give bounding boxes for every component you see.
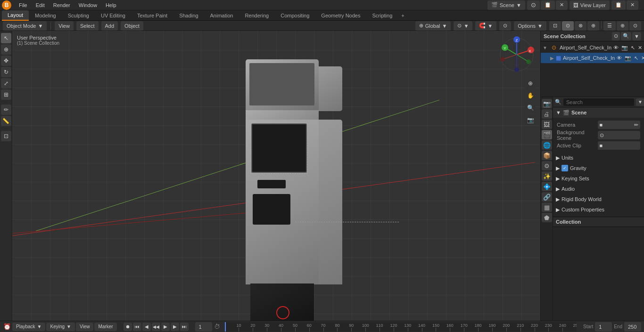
props-tab-world[interactable]: 🌐: [542, 140, 552, 150]
viewport-shading-wire[interactable]: ⊡: [549, 21, 561, 31]
outliner-filter-dropdown[interactable]: ▼: [632, 32, 641, 40]
jump-end-btn[interactable]: ⏭: [180, 323, 189, 331]
menu-edit[interactable]: Edit: [32, 1, 49, 9]
keying-menu[interactable]: Keying ▼: [46, 323, 74, 331]
tool-select-cursor[interactable]: ↖: [1, 33, 11, 43]
camera-edit-icon[interactable]: ✏: [634, 122, 638, 128]
close-scene-btn[interactable]: ✕: [556, 0, 568, 10]
outliner-search-btn[interactable]: 🔍: [621, 32, 631, 40]
eye-icon-0[interactable]: 👁: [613, 45, 619, 50]
start-frame-input[interactable]: 1: [595, 322, 612, 332]
props-tab-view-layer[interactable]: 🖼: [542, 120, 552, 129]
props-tab-render[interactable]: 📷: [542, 99, 552, 108]
marker-menu[interactable]: Marker: [94, 323, 116, 331]
tab-texture-paint[interactable]: Texture Paint: [132, 10, 173, 21]
camera-value[interactable]: ■ ✏: [598, 121, 641, 129]
view-layer-copy[interactable]: 📋: [611, 0, 626, 10]
jump-start-btn[interactable]: ⏮: [133, 323, 141, 331]
outliner-filter-btn[interactable]: ⊙: [612, 32, 620, 40]
add-menu-btn[interactable]: Add: [101, 21, 118, 31]
viewport-shading-render[interactable]: ⊕: [587, 21, 599, 31]
object-menu-btn[interactable]: Object: [121, 21, 143, 31]
nav-orbit-btn[interactable]: ⊕: [525, 78, 536, 89]
engine-icons[interactable]: ⊙: [527, 0, 540, 10]
props-tab-constraints[interactable]: 🔗: [542, 192, 552, 202]
select-icon-1[interactable]: ↖: [634, 55, 638, 61]
scene-selector[interactable]: 🎬 Scene ▼: [487, 0, 525, 10]
gizmo-toggle[interactable]: ⊙: [629, 21, 641, 31]
eye-icon-1[interactable]: 👁: [617, 55, 622, 61]
step-back-btn[interactable]: ◀: [142, 323, 151, 331]
add-workspace-tab[interactable]: +: [398, 12, 407, 19]
props-tab-physics[interactable]: 💠: [542, 182, 552, 191]
keying-sets-row[interactable]: ▶ Keying Sets: [553, 173, 644, 184]
current-frame[interactable]: 1: [195, 322, 212, 332]
xray-toggle[interactable]: ☰: [603, 21, 616, 31]
tool-scale[interactable]: ⤢: [1, 78, 11, 89]
tab-uv-editing[interactable]: UV Editing: [95, 10, 131, 21]
nav-pan-btn[interactable]: ✋: [525, 90, 536, 101]
timeline-ruler[interactable]: 0102030405060708090100110120130140150160…: [225, 322, 577, 332]
select-icon-0[interactable]: ↖: [631, 45, 635, 51]
tab-modeling[interactable]: Modeling: [29, 10, 62, 21]
tab-scripting[interactable]: Scripting: [366, 10, 398, 21]
hide-icon-1[interactable]: ✕: [641, 55, 644, 61]
props-tab-material[interactable]: ⬟: [542, 213, 552, 222]
menu-render[interactable]: Render: [50, 1, 74, 9]
frame-time-icon[interactable]: ⏱: [214, 323, 220, 330]
tool-annotate[interactable]: ✏: [1, 105, 11, 115]
props-tab-object[interactable]: 📦: [542, 151, 552, 160]
proportional-edit[interactable]: ⊙: [499, 21, 511, 31]
viewport-shading-solid[interactable]: ⊙: [562, 21, 574, 31]
tab-rendering[interactable]: Rendering: [239, 10, 274, 21]
props-tab-data[interactable]: ▦: [542, 202, 552, 212]
tool-measure[interactable]: 📏: [1, 116, 11, 126]
props-tab-particles[interactable]: ✨: [542, 171, 552, 181]
bg-scene-value[interactable]: ⊙: [598, 131, 641, 139]
timeline-clock-icon[interactable]: ⏰: [3, 323, 11, 331]
step-forward-btn[interactable]: ▶: [171, 323, 179, 331]
scene-section-header[interactable]: ▼ 🎬 Scene: [553, 107, 644, 118]
active-clip-value[interactable]: ■: [598, 141, 641, 150]
tab-sculpting[interactable]: Sculpting: [62, 10, 95, 21]
outliner-item-0[interactable]: ▼ ⊙ Airport_Self_Check_In 👁 📷 ↖ ✕: [541, 42, 644, 53]
view-layer-close[interactable]: ✕: [627, 0, 638, 10]
transform-orientation[interactable]: ⊕ Global ▼: [415, 21, 451, 31]
copy-scene-btn[interactable]: 📋: [541, 0, 555, 10]
view-layer-selector[interactable]: 🖼 View Layer: [570, 0, 610, 10]
props-tab-output[interactable]: 🖨: [542, 109, 552, 119]
audio-row[interactable]: ▶ Audio: [553, 184, 644, 194]
menu-file[interactable]: File: [15, 1, 31, 9]
viewport-canvas[interactable]: User Perspective (1) Scene Collection: [12, 31, 540, 321]
play-btn[interactable]: ▶: [161, 323, 170, 331]
gravity-row[interactable]: ▶ ✓ Gravity: [553, 163, 644, 173]
tool-add-cube[interactable]: ⊡: [1, 131, 11, 141]
menu-window[interactable]: Window: [75, 1, 101, 9]
timeline-view-menu[interactable]: View: [76, 323, 94, 331]
select-menu-btn[interactable]: Select: [76, 21, 99, 31]
nav-camera-btn[interactable]: 📷: [525, 115, 536, 125]
viewport-shading-material[interactable]: ⊗: [575, 21, 586, 31]
units-row[interactable]: ▶ Units: [553, 153, 644, 163]
options-btn[interactable]: Options ▼: [514, 21, 546, 31]
props-filter-btn[interactable]: ▼: [636, 98, 644, 106]
tool-transform[interactable]: ⊞: [1, 89, 11, 100]
tab-animation[interactable]: Animation: [205, 10, 239, 21]
snap-toggle[interactable]: 🧲 ▼: [475, 21, 496, 31]
end-frame-input[interactable]: 250: [624, 322, 641, 332]
render-icon-1[interactable]: 📷: [625, 55, 631, 61]
view-menu-btn[interactable]: View: [55, 21, 74, 31]
tool-cursor[interactable]: ⊕: [1, 44, 11, 55]
nav-zoom-btn[interactable]: 🔍: [525, 103, 536, 113]
play-reverse-btn[interactable]: ◀◀: [152, 323, 160, 331]
hide-icon-0[interactable]: ✕: [638, 45, 642, 51]
custom-props-row[interactable]: ▶ Custom Properties: [553, 204, 644, 215]
tab-layout[interactable]: Layout: [2, 10, 29, 21]
props-search-input[interactable]: [563, 98, 634, 106]
rigid-body-row[interactable]: ▶ Rigid Body World: [553, 194, 644, 204]
tab-compositing[interactable]: Compositing: [275, 10, 315, 21]
object-mode-selector[interactable]: Object Mode ▼: [3, 21, 47, 31]
tool-move[interactable]: ✥: [1, 56, 11, 66]
record-btn[interactable]: ⏺: [124, 323, 132, 331]
tool-rotate[interactable]: ↻: [1, 67, 11, 77]
